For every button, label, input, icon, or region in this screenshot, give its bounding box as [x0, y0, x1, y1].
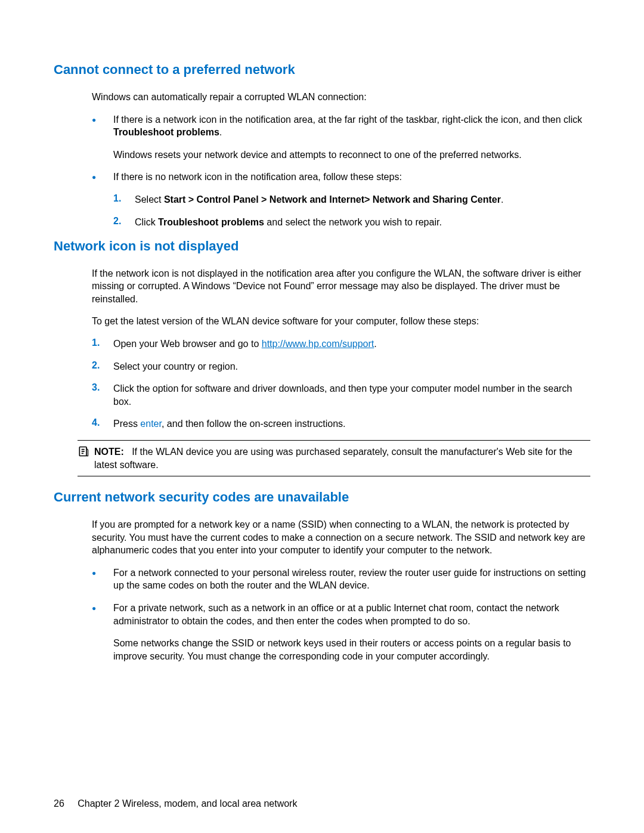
list-number: 1. — [92, 337, 113, 348]
page-number: 26 — [54, 798, 64, 809]
bullet-icon: ● — [92, 566, 113, 580]
text: . — [219, 127, 222, 137]
heading-security-codes: Current network security codes are unava… — [54, 490, 590, 505]
list-item-content: Select your country or region. — [113, 360, 590, 373]
bullet-icon: ● — [92, 113, 113, 126]
key-name: enter — [140, 419, 162, 429]
list-item-content: Select Start > Control Panel > Network a… — [135, 193, 590, 206]
document-page: Cannot connect to a preferred network Wi… — [0, 0, 644, 833]
text: Select — [135, 194, 164, 205]
bullet-icon: ● — [92, 171, 113, 184]
list-item: ● If there is no network icon in the not… — [92, 171, 590, 184]
list-number: 1. — [113, 193, 135, 204]
ordered-list-item: 2. Select your country or region. — [92, 360, 590, 373]
heading-network-icon: Network icon is not displayed — [54, 239, 590, 254]
note-content: NOTE: If the WLAN device you are using w… — [94, 445, 590, 471]
bullet-icon: ● — [92, 602, 113, 615]
list-number: 4. — [92, 417, 113, 428]
note-text: If the WLAN device you are using was pur… — [94, 447, 572, 470]
list-item-content: For a private network, such as a network… — [113, 602, 590, 627]
bold-text: Start > Control Panel > Network and Inte… — [164, 194, 501, 205]
text: . — [501, 194, 503, 205]
list-item-content: Press enter, and then follow the on-scre… — [113, 417, 590, 431]
text: . — [374, 339, 376, 349]
note-callout: NOTE: If the WLAN device you are using w… — [78, 440, 590, 476]
ordered-list-item: 4. Press enter, and then follow the on-s… — [92, 417, 590, 431]
chapter-title: Chapter 2 Wireless, modem, and local are… — [78, 798, 297, 809]
list-number: 2. — [92, 360, 113, 371]
paragraph: If you are prompted for a network key or… — [92, 518, 590, 557]
list-number: 2. — [113, 216, 135, 227]
bold-text: Troubleshoot problems — [113, 127, 219, 137]
bold-text: Troubleshoot problems — [158, 217, 264, 227]
paragraph: Some networks change the SSID or network… — [113, 637, 590, 662]
text: and select the network you wish to repai… — [264, 217, 442, 227]
ordered-list-item: 2. Click Troubleshoot problems and selec… — [113, 216, 590, 229]
note-label: NOTE: — [94, 447, 124, 457]
list-item: ● For a network connected to your person… — [92, 566, 590, 592]
page-footer: 26 Chapter 2 Wireless, modem, and local … — [54, 798, 297, 809]
list-item-content: If there is a network icon in the notifi… — [113, 113, 590, 139]
list-number: 3. — [92, 382, 113, 393]
list-item: ● If there is a network icon in the noti… — [92, 113, 590, 139]
ordered-list-item: 1. Select Start > Control Panel > Networ… — [113, 193, 590, 206]
text: Press — [113, 419, 140, 429]
text: , and then follow the on-screen instruct… — [162, 419, 346, 429]
text: Open your Web browser and go to — [113, 339, 262, 349]
list-item-content: Open your Web browser and go to http://w… — [113, 337, 590, 351]
text: Click — [135, 217, 158, 227]
list-item-content: For a network connected to your personal… — [113, 566, 590, 592]
support-link[interactable]: http://www.hp.com/support — [262, 339, 374, 349]
ordered-list-item: 3. Click the option for software and dri… — [92, 382, 590, 408]
list-item-content: Click Troubleshoot problems and select t… — [135, 216, 590, 229]
paragraph: To get the latest version of the WLAN de… — [92, 315, 590, 328]
list-item-content: Click the option for software and driver… — [113, 382, 590, 408]
note-icon — [78, 445, 94, 460]
text: If there is a network icon in the notifi… — [113, 114, 582, 125]
list-item-content: If there is no network icon in the notif… — [113, 171, 590, 184]
list-item: ● For a private network, such as a netwo… — [92, 602, 590, 627]
ordered-list-item: 1. Open your Web browser and go to http:… — [92, 337, 590, 351]
heading-cannot-connect: Cannot connect to a preferred network — [54, 62, 590, 78]
paragraph: Windows resets your network device and a… — [113, 148, 590, 162]
paragraph: Windows can automatically repair a corru… — [92, 91, 590, 104]
paragraph: If the network icon is not displayed in … — [92, 267, 590, 306]
